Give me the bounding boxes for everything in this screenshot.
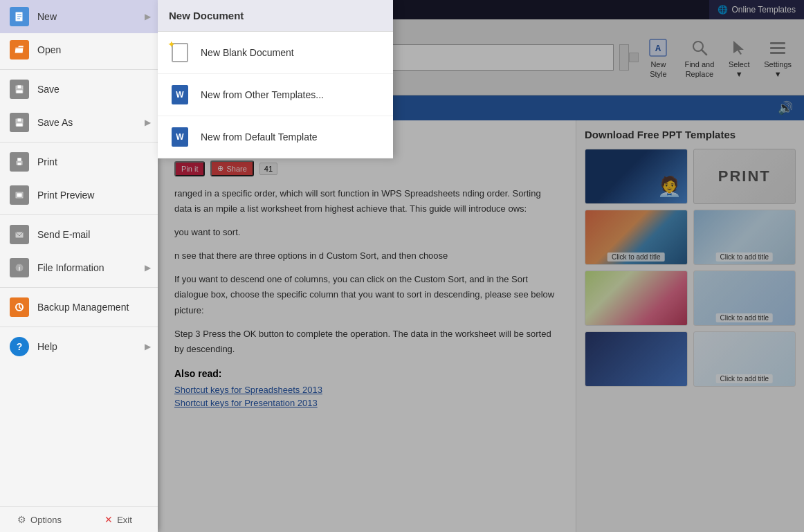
svg-rect-22 — [17, 193, 22, 197]
open-label: Open — [37, 44, 61, 55]
help-label: Help — [37, 341, 57, 352]
svg-rect-20 — [17, 163, 21, 165]
open-icon — [10, 40, 29, 59]
save-as-arrow-icon: ▶ — [145, 118, 151, 127]
file-info-arrow-icon: ▶ — [145, 263, 151, 273]
sidebar-item-send-email[interactable]: Send E-mail — [0, 218, 158, 251]
sidebar-item-help[interactable]: ? Help ▶ — [0, 330, 158, 363]
sidebar-item-print[interactable]: Print — [0, 145, 158, 178]
help-icon: ? — [10, 337, 29, 356]
save-label: Save — [37, 84, 60, 95]
file-info-label: File Information — [37, 262, 104, 273]
menu-divider-5 — [0, 327, 158, 327]
new-blank-doc-item[interactable]: New Blank Document — [158, 32, 393, 74]
sidebar-item-print-preview[interactable]: Print Preview — [0, 178, 158, 212]
sidebar-item-backup[interactable]: Backup Management — [0, 291, 158, 324]
menu-divider-2 — [0, 142, 158, 143]
new-label: New — [37, 11, 57, 22]
options-button[interactable]: ⚙ Options — [0, 507, 79, 532]
email-icon — [10, 225, 29, 244]
menu-bottom: ⚙ Options ✕ Exit — [0, 506, 158, 532]
sidebar-item-new[interactable]: New ▶ — [0, 0, 158, 33]
other-templates-icon: W — [169, 84, 191, 106]
blank-doc-icon — [169, 42, 191, 64]
backup-label: Backup Management — [37, 302, 129, 313]
new-icon — [10, 7, 29, 26]
save-as-icon — [10, 113, 29, 132]
print-label: Print — [37, 156, 57, 167]
backup-icon — [10, 297, 29, 317]
new-other-templates-label: New from Other Templates... — [201, 89, 324, 100]
new-other-templates-item[interactable]: W New from Other Templates... — [158, 74, 393, 116]
svg-rect-14 — [16, 90, 23, 93]
svg-rect-17 — [16, 123, 23, 127]
print-preview-label: Print Preview — [37, 190, 94, 201]
svg-rect-13 — [17, 85, 21, 89]
save-as-label: Save As — [37, 117, 73, 128]
svg-rect-16 — [17, 118, 21, 122]
menu-divider-3 — [0, 214, 158, 215]
help-arrow-icon: ▶ — [145, 342, 151, 351]
save-icon — [10, 80, 29, 99]
new-blank-label: New Blank Document — [201, 47, 294, 58]
new-default-template-item[interactable]: W New from Default Template — [158, 116, 393, 158]
options-gear-icon: ⚙ — [17, 514, 26, 525]
new-doc-header: New Document — [158, 0, 393, 32]
exit-icon: ✕ — [104, 514, 113, 525]
exit-label: Exit — [117, 515, 132, 525]
file-info-icon: i — [10, 258, 29, 277]
new-arrow-icon: ▶ — [145, 12, 151, 21]
default-template-icon: W — [169, 126, 191, 148]
print-preview-icon — [10, 185, 29, 205]
new-default-template-label: New from Default Template — [201, 131, 318, 143]
options-label: Options — [30, 515, 62, 525]
print-icon — [10, 152, 29, 172]
sidebar-item-save[interactable]: Save — [0, 73, 158, 106]
exit-button[interactable]: ✕ Exit — [79, 507, 158, 532]
svg-rect-19 — [17, 158, 21, 161]
send-email-label: Send E-mail — [37, 229, 90, 240]
sidebar-item-file-info[interactable]: i File Information ▶ — [0, 251, 158, 284]
sidebar-menu: New ▶ Open Save Save As ▶ Print — [0, 0, 158, 532]
sidebar-item-save-as[interactable]: Save As ▶ — [0, 106, 158, 139]
new-doc-panel: New Document New Blank Document W New fr… — [158, 0, 393, 158]
menu-divider-4 — [0, 287, 158, 288]
svg-text:i: i — [19, 265, 21, 272]
menu-divider-1 — [0, 69, 158, 70]
sidebar-item-open[interactable]: Open — [0, 33, 158, 66]
